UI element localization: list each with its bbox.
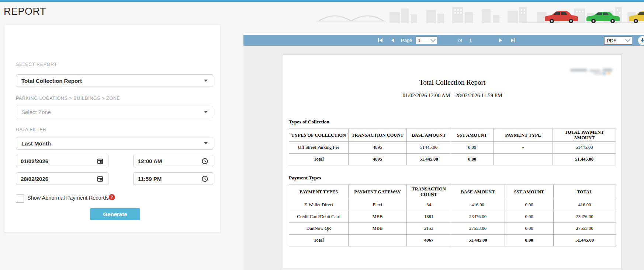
report-filter-panel: SELECT REPORT Total Collection Report PA… bbox=[4, 25, 221, 232]
table-cell: 23476.00 bbox=[554, 211, 616, 223]
total-pages: 1 bbox=[469, 38, 472, 43]
chevron-down-icon bbox=[430, 37, 436, 42]
column-header: TRANSACTION COUNT bbox=[407, 185, 451, 199]
data-filter-value: Last Month bbox=[21, 140, 204, 147]
table-cell: MBB bbox=[349, 223, 407, 235]
data-filter-select[interactable]: Last Month bbox=[16, 137, 213, 150]
table-row: Off Street Parking Fee 4895 51445.00 0.0… bbox=[289, 142, 616, 154]
table-cell: 1881 bbox=[407, 211, 451, 223]
export-format-value: PDF bbox=[607, 38, 626, 43]
section-title-types-of-collection: Types of Collection bbox=[289, 119, 329, 125]
previous-page-button[interactable] bbox=[388, 35, 398, 46]
column-header: PAYMENT GATEWAY bbox=[349, 185, 407, 199]
viewer-toolbar: Page 1 of 1 PDF bbox=[243, 35, 644, 46]
page-number-value: 1 bbox=[418, 38, 431, 43]
select-report-label: SELECT REPORT bbox=[16, 62, 57, 67]
table-total-row: Total 4067 51,445.00 0.00 51,445.00 bbox=[289, 235, 616, 246]
table-cell bbox=[494, 154, 553, 165]
end-date-input[interactable] bbox=[16, 172, 108, 185]
end-time-value[interactable] bbox=[138, 176, 201, 182]
table-cell: 51,445.00 bbox=[451, 235, 505, 246]
table-header-row: TYPES OF COLLECTION TRANSACTION COUNT BA… bbox=[289, 129, 616, 142]
table-cell: 4067 bbox=[407, 235, 451, 246]
abnormal-records-label: Show Abnormal Payment Records bbox=[27, 195, 109, 201]
report-date-range: 01/02/2026 12:00 AM – 28/02/2026 11:59 P… bbox=[283, 92, 622, 99]
payment-types-table: PAYMENT TYPES PAYMENT GATEWAY TRANSACTIO… bbox=[289, 185, 616, 246]
first-page-button[interactable] bbox=[375, 35, 385, 46]
end-date-value[interactable] bbox=[21, 176, 97, 182]
report-type-select[interactable]: Total Collection Report bbox=[16, 74, 213, 87]
start-date-value[interactable] bbox=[21, 158, 97, 164]
table-cell: 0.00 bbox=[505, 211, 554, 223]
clock-icon[interactable] bbox=[201, 158, 208, 165]
report-document-page: Total Collection Report 01/02/2026 12:00… bbox=[283, 55, 622, 269]
table-cell: 2152 bbox=[407, 223, 451, 235]
blurred-logo bbox=[568, 67, 616, 76]
types-of-collection-table: TYPES OF COLLECTION TRANSACTION COUNT BA… bbox=[289, 129, 616, 165]
chevron-down-icon bbox=[204, 111, 208, 113]
table-cell: 51445.00 bbox=[553, 142, 616, 154]
table-cell: 34 bbox=[407, 199, 451, 211]
clock-icon[interactable] bbox=[201, 175, 208, 182]
chevron-down-icon bbox=[204, 80, 208, 82]
column-header: SST AMOUNT bbox=[451, 129, 494, 142]
generate-button[interactable]: Generate bbox=[90, 208, 140, 220]
bridge-icon bbox=[316, 16, 386, 21]
last-page-button[interactable] bbox=[508, 35, 518, 46]
column-header: PAYMENT TYPES bbox=[289, 185, 349, 199]
red-car-icon bbox=[545, 11, 578, 23]
zone-select[interactable]: Select Zone bbox=[16, 106, 213, 118]
table-cell: 416.00 bbox=[554, 199, 616, 211]
table-cell: Off Street Parking Fee bbox=[289, 142, 349, 154]
table-cell: 27553.00 bbox=[554, 223, 616, 235]
table-cell: MBB bbox=[349, 211, 407, 223]
report-title: Total Collection Report bbox=[283, 78, 622, 87]
table-row: DuitNow QR MBB 2152 27553.00 0.00 27553.… bbox=[289, 223, 616, 235]
abnormal-records-checkbox[interactable] bbox=[16, 194, 24, 203]
start-time-value[interactable] bbox=[138, 158, 201, 164]
city-skyline-illustration bbox=[316, 2, 644, 23]
table-cell: 51,445.00 bbox=[554, 235, 616, 246]
table-cell: - bbox=[494, 142, 553, 154]
column-header: BASE AMOUNT bbox=[407, 129, 451, 142]
table-cell: 0.00 bbox=[451, 142, 494, 154]
calendar-icon[interactable] bbox=[97, 175, 104, 182]
start-date-input[interactable] bbox=[16, 155, 108, 167]
next-page-button[interactable] bbox=[496, 35, 505, 46]
table-cell: Flexi bbox=[349, 199, 407, 211]
table-cell: 4895 bbox=[349, 154, 407, 165]
page-title: REPORT bbox=[4, 6, 46, 17]
table-row: E-Wallet Direct Flexi 34 416.00 0.00 416… bbox=[289, 199, 616, 211]
table-cell: 51445.00 bbox=[407, 142, 451, 154]
calendar-icon[interactable] bbox=[97, 158, 104, 165]
section-title-payment-types: Payment Types bbox=[289, 175, 321, 181]
table-cell: 51,445.00 bbox=[553, 154, 616, 165]
table-row: Credit Card/Debit Card MBB 1881 23476.00… bbox=[289, 211, 616, 223]
table-cell: E-Wallet Direct bbox=[289, 199, 349, 211]
table-cell: DuitNow QR bbox=[289, 223, 349, 235]
page-number-select[interactable]: 1 bbox=[416, 36, 437, 44]
report-type-value: Total Collection Report bbox=[21, 78, 204, 84]
export-download-icon[interactable] bbox=[638, 36, 644, 45]
column-header: TRANSACTION COUNT bbox=[349, 129, 407, 142]
column-header: TOTAL bbox=[554, 185, 616, 199]
table-cell: Credit Card/Debit Card bbox=[289, 211, 349, 223]
table-cell: 51,445.00 bbox=[407, 154, 451, 165]
table-cell: 0.00 bbox=[451, 154, 494, 165]
column-header: BASE AMOUNT bbox=[451, 185, 505, 199]
table-cell: Total bbox=[289, 154, 349, 165]
table-cell: 27553.00 bbox=[451, 223, 505, 235]
zone-label: PARKING LOCATIONS > BUILDINGS > ZONE bbox=[16, 96, 120, 101]
table-cell: 23476.00 bbox=[451, 211, 505, 223]
table-cell: 0.00 bbox=[505, 199, 554, 211]
help-icon[interactable]: ? bbox=[109, 194, 115, 200]
column-header: PAYMENT TYPE bbox=[494, 129, 553, 142]
start-time-input[interactable] bbox=[133, 155, 213, 167]
column-header: TOTAL PAYMENT AMOUNT bbox=[553, 129, 616, 142]
export-format-select[interactable]: PDF bbox=[604, 36, 632, 45]
table-total-row: Total 4895 51,445.00 0.00 51,445.00 bbox=[289, 154, 616, 165]
column-header: SST AMOUNT bbox=[505, 185, 554, 199]
chevron-down-icon bbox=[625, 37, 630, 42]
table-cell: 4895 bbox=[349, 142, 407, 154]
end-time-input[interactable] bbox=[133, 172, 213, 185]
